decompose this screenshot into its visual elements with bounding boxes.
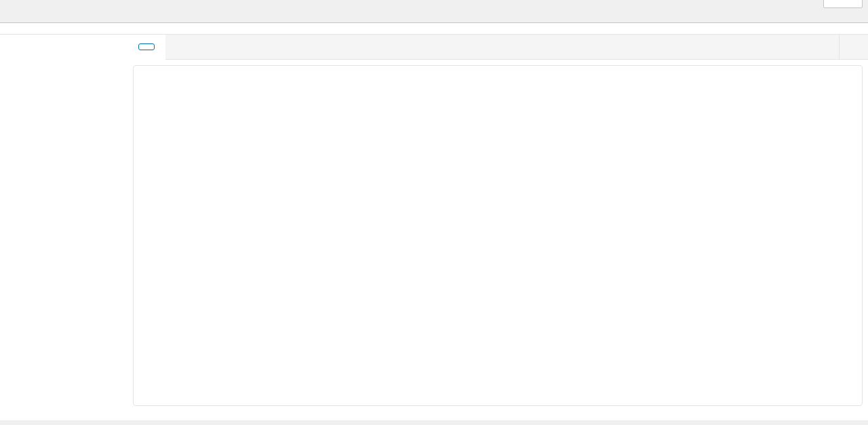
go-button[interactable] (138, 43, 155, 50)
help-tab[interactable] (823, 0, 863, 8)
sales-chart (134, 66, 862, 405)
export-csv-button[interactable] (839, 35, 868, 59)
custom-range-box (0, 35, 165, 59)
date-to-input[interactable] (81, 42, 132, 52)
report-content (0, 60, 868, 411)
sales-chart-card (133, 65, 863, 406)
report-tabs-bar (0, 0, 868, 23)
report-subnav (0, 23, 868, 34)
report-panel (0, 23, 868, 420)
date-from-input[interactable] (17, 42, 68, 52)
date-range-row (0, 34, 868, 60)
